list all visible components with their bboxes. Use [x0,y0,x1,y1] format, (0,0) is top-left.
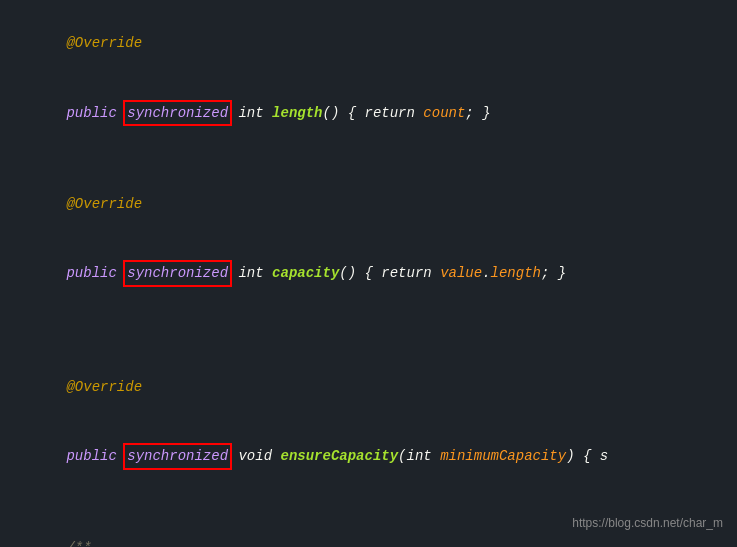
highlight-synchronized-2: synchronized [123,260,232,286]
field-length: length [491,265,541,281]
annotation-override-2: @Override [66,196,142,212]
method-length: length [272,105,322,121]
plain-2: () { return [323,105,424,121]
method-capacity: capacity [272,265,339,281]
code-line-2: public synchronized int length() { retur… [16,77,721,148]
plain-8: (int [398,448,440,464]
empty-line-4 [16,492,721,514]
code-container: @Override public synchronized int length… [0,0,737,547]
annotation-override-1: @Override [66,35,142,51]
code-line-comment1: /** [16,515,721,547]
plain-dot: . [482,265,490,281]
plain-6: ; } [541,265,566,281]
code-line-1: @Override [16,10,721,77]
keyword-synchronized-3: synchronized [127,448,228,464]
code-line-5: public synchronized int capacity() { ret… [16,238,721,309]
plain-7: void [230,448,280,464]
empty-line-1 [16,148,721,170]
field-count: count [423,105,465,121]
plain-5: () { return [339,265,440,281]
plain-3: ; } [465,105,490,121]
highlight-synchronized-1: synchronized [123,100,232,126]
plain-1: int [230,105,272,121]
keyword-public-3: public [66,448,125,464]
field-value: value [440,265,482,281]
code-content: @Override public synchronized int length… [16,10,721,547]
method-ensure: ensureCapacity [280,448,398,464]
code-line-9: public synchronized void ensureCapacity(… [16,421,721,492]
plain-9: ) { s [566,448,608,464]
plain-4: int [230,265,272,281]
empty-line-2 [16,309,721,331]
field-mincap: minimumCapacity [440,448,566,464]
keyword-synchronized-2: synchronized [127,265,228,281]
keyword-public: public [66,105,125,121]
highlight-synchronized-3: synchronized [123,443,232,469]
code-line-8: @Override [16,354,721,421]
code-line-4: @Override [16,171,721,238]
annotation-override-3: @Override [66,379,142,395]
empty-line-3 [16,331,721,353]
comment-open: /** [66,540,91,547]
keyword-public-2: public [66,265,125,281]
keyword-synchronized-1: synchronized [127,105,228,121]
